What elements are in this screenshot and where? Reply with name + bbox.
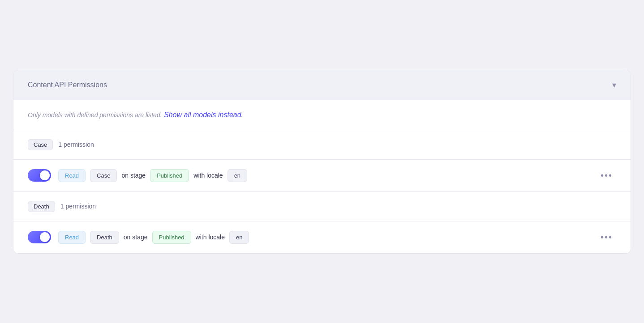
case-with-locale-text: with locale [193,172,223,179]
death-toggle-track [28,231,51,243]
info-row: Only models with defined permissions are… [13,100,631,130]
show-all-models-link[interactable]: Show all models instead. [164,111,243,119]
death-toggle[interactable] [28,231,51,243]
death-model-badge: Death [28,201,55,212]
case-permission-count: 1 permission [58,141,94,148]
case-section-header: Case 1 permission [13,130,631,160]
death-more-button[interactable]: ••• [597,230,616,244]
death-permission-row: Read Death on stage Published with local… [13,221,631,253]
death-locale-tag: en [229,231,249,244]
death-action-tag: Read [58,231,86,244]
card-title: Content API Permissions [28,81,107,89]
death-model-tag: Death [90,231,119,244]
content-api-permissions-card: Content API Permissions ▾ Only models wi… [13,70,631,254]
death-on-stage-text: on stage [124,234,148,241]
card-header: Content API Permissions ▾ [13,70,631,100]
case-on-stage-text: on stage [121,172,146,179]
info-text: Only models with defined permissions are… [28,111,162,119]
chevron-down-icon[interactable]: ▾ [612,80,616,90]
case-toggle-track [28,169,51,182]
case-toggle[interactable] [28,169,51,182]
case-locale-tag: en [228,169,247,182]
case-model-tag: Case [90,169,117,182]
case-model-badge: Case [28,139,53,150]
death-section-header: Death 1 permission [13,192,631,221]
death-stage-tag: Published [152,231,191,244]
case-permission-row: Read Case on stage Published with locale… [13,160,631,192]
case-more-button[interactable]: ••• [597,169,616,183]
death-permission-tags: Read Death on stage Published with local… [58,231,590,244]
case-action-tag: Read [58,169,86,182]
death-toggle-thumb [40,232,50,242]
case-permission-tags: Read Case on stage Published with locale… [58,169,590,182]
case-toggle-thumb [40,170,50,180]
death-permission-count: 1 permission [60,203,96,210]
case-stage-tag: Published [150,169,189,182]
death-with-locale-text: with locale [196,234,225,241]
